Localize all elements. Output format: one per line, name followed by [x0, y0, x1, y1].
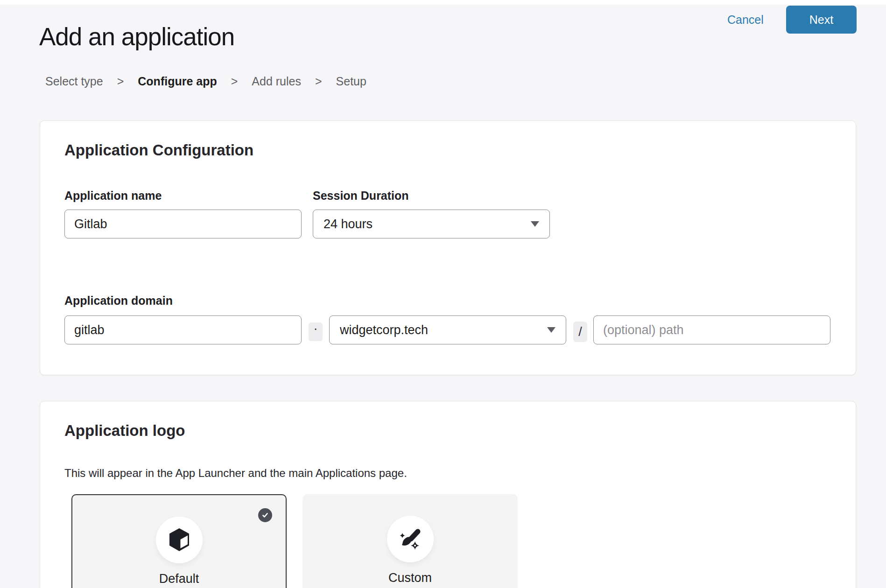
breadcrumb-separator: >	[315, 75, 322, 88]
application-name-label: Application name	[64, 189, 162, 203]
path-input[interactable]	[593, 315, 830, 344]
application-configuration-card: Application Configuration Application na…	[40, 120, 856, 375]
session-duration-select[interactable]: 24 hours	[313, 210, 550, 238]
application-logo-card: Application logo This will appear in the…	[40, 401, 856, 588]
cube-icon	[167, 527, 192, 553]
domain-slash-separator: /	[573, 322, 587, 342]
subdomain-input[interactable]	[64, 315, 302, 344]
custom-logo-circle	[387, 516, 434, 562]
page-title: Add an application	[39, 22, 234, 51]
logo-option-custom-label: Custom	[302, 571, 518, 585]
breadcrumb: Select type > Configure app > Add rules …	[45, 75, 366, 88]
breadcrumb-step-add-rules[interactable]: Add rules	[252, 75, 301, 88]
application-logo-description: This will appear in the App Launcher and…	[64, 467, 407, 480]
application-configuration-heading: Application Configuration	[64, 141, 253, 159]
logo-option-default[interactable]: Default	[71, 494, 287, 588]
chevron-down-icon	[531, 221, 539, 227]
logo-option-default-label: Default	[72, 572, 286, 586]
domain-select[interactable]: widgetcorp.tech	[329, 315, 566, 344]
next-button[interactable]: Next	[786, 6, 857, 34]
paintbrush-icon	[398, 527, 422, 551]
domain-dot-separator: .	[309, 322, 323, 341]
selected-check-badge	[258, 508, 272, 522]
session-duration-value: 24 hours	[323, 217, 373, 231]
breadcrumb-step-select-type[interactable]: Select type	[45, 75, 103, 88]
breadcrumb-separator: >	[231, 75, 238, 88]
application-name-input[interactable]	[64, 210, 302, 238]
top-strip	[0, 0, 886, 5]
breadcrumb-step-setup[interactable]: Setup	[336, 75, 366, 88]
application-logo-heading: Application logo	[64, 422, 185, 440]
logo-option-custom[interactable]: Custom	[302, 494, 518, 588]
default-logo-circle	[156, 517, 203, 563]
session-duration-label: Session Duration	[313, 189, 409, 203]
check-icon	[261, 511, 269, 519]
cancel-button[interactable]: Cancel	[723, 6, 768, 34]
breadcrumb-step-configure-app[interactable]: Configure app	[138, 75, 217, 88]
chevron-down-icon	[547, 327, 556, 333]
domain-value: widgetcorp.tech	[340, 323, 428, 337]
application-domain-label: Application domain	[64, 294, 173, 308]
breadcrumb-separator: >	[117, 75, 124, 88]
